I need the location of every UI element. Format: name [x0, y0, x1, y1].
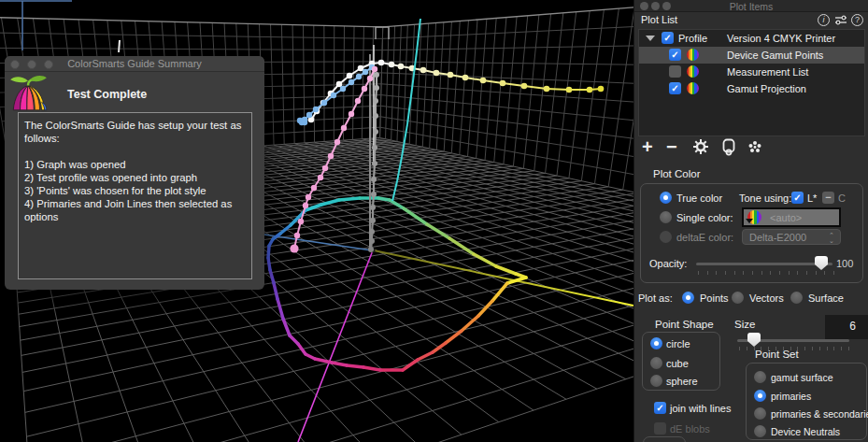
dialog-heading: Test Complete: [67, 88, 147, 101]
partial-group-box: [643, 436, 686, 442]
instrument-icon[interactable]: [721, 138, 736, 156]
shape-sphere-label: sphere: [666, 376, 698, 387]
gamut-3d-view[interactable]: ColorSmarts Guide Summary Test Complete …: [0, 0, 633, 442]
stepper-down-icon: ⌄: [829, 237, 834, 244]
deltae-value: Delta-E2000: [749, 232, 806, 243]
plot-as-surface-radio[interactable]: [790, 292, 803, 304]
summary-step: 1) Graph was opened: [24, 158, 246, 171]
tone-lstar-checkbox[interactable]: [791, 192, 804, 204]
join-with-lines-label: join with lines: [670, 403, 731, 414]
true-color-radio[interactable]: [660, 192, 672, 204]
set-gamut-surface-label: gamut surface: [771, 372, 833, 383]
plot-list-row[interactable]: Device Gamut Points: [639, 47, 864, 64]
app-screen: ColorSmarts Guide Summary Test Complete …: [0, 0, 868, 442]
tone-using-label: Tone using:: [739, 192, 791, 204]
set-gamut-surface-radio[interactable]: [754, 371, 766, 383]
shape-cube-radio[interactable]: [650, 357, 662, 369]
dialog-title: ColorSmarts Guide Summary: [5, 58, 264, 69]
colorsmarts-dialog[interactable]: ColorSmarts Guide Summary Test Complete …: [5, 56, 264, 290]
single-color-value: <auto>: [770, 212, 802, 223]
shape-sphere-radio[interactable]: [650, 375, 662, 387]
shape-cube-label: cube: [666, 358, 689, 369]
wall-highlight-tick: [119, 40, 120, 52]
opacity-label: Opacity:: [649, 258, 687, 269]
set-primaries-secondaries-label: primaries & secondaries: [771, 408, 868, 420]
help-icon[interactable]: ?: [851, 14, 863, 26]
summary-step: 3) 'Points' was chosen for the plot styl…: [24, 184, 246, 197]
plot-as-surface-label: Surface: [808, 292, 844, 304]
colorsmarts-cluster-icon[interactable]: [747, 139, 763, 155]
opacity-tick-marks: [698, 271, 834, 276]
set-primaries-label: primaries: [771, 391, 811, 402]
point-set-title: Point Set: [755, 349, 799, 360]
plot-as-vectors-label: Vectors: [749, 292, 784, 304]
true-color-label: True color: [676, 192, 722, 204]
plot-list-header: Plot List: [641, 14, 677, 25]
info-icon[interactable]: i: [818, 14, 830, 26]
rainbow-gamut-icon: [687, 82, 699, 94]
deltae-color-radio[interactable]: [660, 231, 672, 243]
shape-circle-label: circle: [666, 338, 690, 349]
plot-as-vectors-radio[interactable]: [732, 292, 744, 304]
item-label: Gamut Projection: [727, 80, 806, 97]
add-button[interactable]: +: [642, 136, 653, 158]
size-slider-thumb[interactable]: [747, 333, 761, 347]
plot-list-row[interactable]: Measurement List: [639, 64, 864, 80]
item-checkbox[interactable]: [669, 82, 681, 94]
item-checkbox[interactable]: [669, 49, 681, 61]
plot-list-row[interactable]: Gamut Projection: [639, 80, 864, 97]
shape-circle-radio[interactable]: [650, 337, 662, 349]
set-device-neutrals-radio[interactable]: [754, 425, 766, 437]
lstar-label: L*: [807, 192, 817, 204]
single-color-well[interactable]: <auto>: [742, 207, 841, 227]
rainbow-gamut-icon: [687, 49, 699, 61]
plot-as-points-label: Points: [700, 292, 729, 304]
de-blobs-checkbox[interactable]: [654, 422, 666, 435]
deltae-dropdown[interactable]: Delta-E2000 ⌃ ⌄: [742, 229, 841, 245]
item-label: Device Gamut Points: [727, 47, 823, 64]
disclosure-triangle-icon[interactable]: [646, 36, 655, 41]
c-label: C: [838, 192, 846, 204]
single-color-label: Single color:: [676, 212, 733, 223]
join-with-lines-checkbox[interactable]: [654, 402, 666, 414]
size-value: 6: [849, 320, 856, 333]
summary-intro: The ColorSmarts Guide has setup your tes…: [24, 119, 246, 145]
item-checkbox[interactable]: [669, 65, 681, 78]
set-primaries-secondaries-radio[interactable]: [754, 407, 766, 420]
size-label: Size: [734, 319, 755, 330]
panel-title: Plot Items: [634, 1, 868, 12]
tone-c-checkbox[interactable]: [822, 192, 834, 204]
plot-as-label: Plot as:: [638, 292, 673, 304]
profile-label: Profile: [678, 30, 707, 47]
point-shape-title: Point Shape: [655, 319, 714, 330]
plot-list-row-profile[interactable]: Profile Version 4 CMYK Printer: [639, 30, 864, 47]
deltae-color-label: deltaE color:: [676, 232, 733, 243]
profile-checkbox[interactable]: [662, 32, 674, 44]
dialog-summary-box: The ColorSmarts Guide has setup your tes…: [18, 112, 252, 279]
plot-color-title: Plot Color: [653, 168, 701, 179]
size-value-box: 6: [825, 315, 868, 339]
item-label: Measurement List: [727, 64, 808, 80]
color-well-arrow-icon: [746, 219, 753, 223]
settings-gear-icon[interactable]: [692, 138, 709, 155]
plot-as-points-radio[interactable]: [682, 292, 694, 304]
set-primaries-radio[interactable]: [754, 390, 766, 402]
plot-list: Profile Version 4 CMYK Printer Device Ga…: [638, 29, 865, 136]
rainbow-gamut-icon: [687, 65, 699, 78]
plot-items-panel: Plot Items Plot List i ? Profile Version…: [633, 0, 868, 442]
de-blobs-label: dE blobs: [670, 423, 710, 435]
single-color-radio[interactable]: [660, 211, 672, 223]
opacity-slider-track[interactable]: [696, 263, 832, 265]
dialog-titlebar[interactable]: ColorSmarts Guide Summary: [5, 56, 264, 72]
filter-sliders-icon[interactable]: [834, 15, 847, 26]
colorsmarts-beanie-icon: [7, 73, 51, 114]
summary-step: 4) Primaries and Join Lines then selecte…: [24, 197, 246, 223]
remove-button[interactable]: −: [666, 136, 677, 158]
profile-name: Version 4 CMYK Printer: [727, 30, 835, 47]
set-device-neutrals-label: Device Neutrals: [771, 426, 840, 437]
panel-titlebar[interactable]: Plot Items: [634, 0, 868, 12]
summary-step: 2) Test profile was opened into graph: [24, 171, 246, 184]
opacity-value: 100: [836, 258, 853, 269]
